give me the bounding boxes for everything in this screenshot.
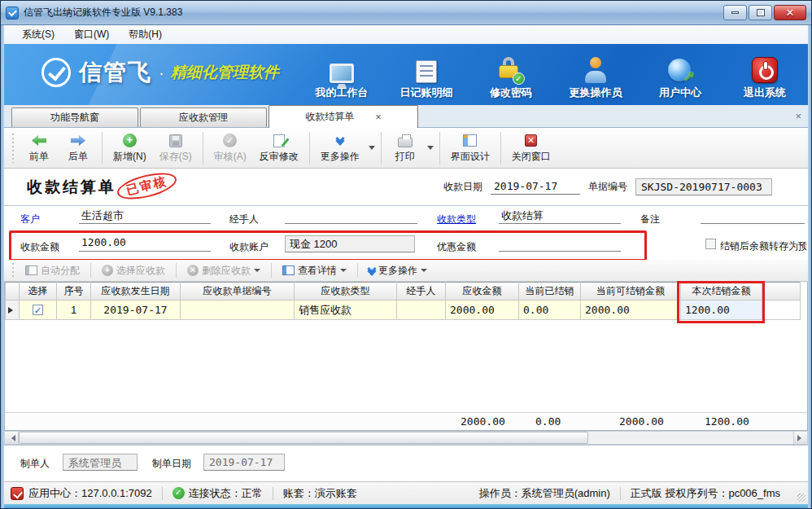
select-receivable-button[interactable]: + 选择应收款: [96, 262, 171, 279]
cell-available: 2000.00: [581, 301, 681, 320]
table-header-row: 选择 序号 应收款发生日期 应收款单据编号 应收款类型 经手人 应收金额 当前已…: [6, 283, 801, 301]
auto-assign-button[interactable]: 自动分配: [20, 262, 85, 279]
col-receivable[interactable]: 应收金额: [446, 283, 519, 301]
add-button[interactable]: + 新增(N): [107, 130, 153, 166]
menu-bar: 系统(S) 窗口(W) 帮助(H): [4, 25, 808, 44]
cell-current-settle[interactable]: 1200.00: [681, 301, 762, 320]
col-seq[interactable]: 序号: [57, 283, 91, 301]
save-icon: [169, 134, 182, 148]
col-handler[interactable]: 经手人: [397, 283, 446, 301]
col-type[interactable]: 应收款类型: [295, 283, 397, 301]
double-chevron-down-icon: [337, 134, 343, 148]
cell-settled: 0.00: [519, 301, 581, 320]
col-doc-no[interactable]: 应收款单据编号: [181, 283, 295, 301]
save-button[interactable]: 保存(S): [153, 130, 199, 166]
handler-field[interactable]: [285, 208, 417, 224]
workstation-icon: [330, 50, 354, 83]
total-current: 1200.00: [705, 415, 749, 428]
col-current[interactable]: 本次结销金额: [681, 283, 762, 301]
journal-detail-button[interactable]: 日记账明细: [395, 50, 458, 100]
menu-window[interactable]: 窗口(W): [64, 26, 119, 43]
discount-field[interactable]: [499, 236, 621, 252]
arrow-right-icon: [71, 134, 85, 148]
doc-number-field: SKJSD-20190717-0003: [635, 178, 772, 195]
menu-system[interactable]: 系统(S): [12, 26, 64, 43]
row-marker: [6, 301, 20, 320]
app-center-logo-icon: [11, 487, 24, 500]
tab-receipt-settlement[interactable]: 收款结算单 ×: [268, 105, 418, 128]
window-bottom-border: [1, 504, 811, 509]
menu-help[interactable]: 帮助(H): [119, 26, 172, 43]
switch-operator-button[interactable]: 更换操作员: [564, 50, 627, 100]
app-window: 信管飞出纳记账软件专业版 V9.1.383 ✕ 系统(S) 窗口(W) 帮助(H…: [0, 0, 812, 509]
account-book-status: 账套：演示账套: [283, 486, 357, 501]
resize-grip[interactable]: [797, 494, 805, 502]
tab-receivable-mgmt[interactable]: 应收款管理: [140, 108, 267, 127]
brand-logo-icon: [41, 58, 71, 87]
brand-name: 信管飞: [79, 57, 152, 88]
customer-field[interactable]: 生活超市: [79, 208, 211, 224]
change-password-button[interactable]: ✓ 修改密码: [479, 50, 543, 100]
maker-field: 系统管理员: [63, 454, 138, 471]
close-window-button[interactable]: ✕ 关闭窗口: [505, 130, 557, 166]
scroll-right-button[interactable]: [793, 432, 807, 444]
horizontal-scrollbar[interactable]: [4, 431, 808, 445]
next-doc-button[interactable]: 后单: [59, 130, 98, 166]
double-chevron-down-icon: [369, 267, 375, 274]
view-detail-button[interactable]: 查看详情: [277, 262, 352, 279]
user-center-button[interactable]: ↗ 用户中心: [648, 50, 712, 100]
ui-design-button[interactable]: 界面设计: [444, 130, 496, 166]
window-left-border: [1, 25, 4, 508]
account-field[interactable]: 现金 1200: [285, 235, 415, 252]
scroll-left-button[interactable]: [5, 432, 19, 444]
grid-toolbar: 自动分配 + 选择应收款 ✕ 删除应收款 查看详情 更多操作: [4, 260, 808, 282]
table-row[interactable]: ✓ 1 2019-07-17 销售应收款 2000.00 0.00 2000.0…: [6, 301, 801, 320]
col-settled[interactable]: 当前已结销: [519, 283, 581, 301]
discount-label: 优惠金额: [437, 240, 476, 254]
receipt-type-field[interactable]: 收款结算: [499, 208, 621, 224]
dropdown-arrow-icon: [421, 269, 427, 275]
receipt-date-field[interactable]: 2019-07-17: [491, 179, 580, 195]
workstation-button[interactable]: 我的工作台: [310, 50, 373, 100]
exit-power-icon: [752, 50, 778, 83]
receipt-date-label: 收款日期: [443, 180, 482, 194]
tab-function-nav[interactable]: 功能导航窗: [11, 108, 138, 127]
close-button[interactable]: ✕: [774, 5, 806, 20]
transfer-balance-checkbox[interactable]: [705, 239, 716, 249]
minimize-button[interactable]: [723, 5, 747, 20]
make-date-field: 2019-07-17: [203, 454, 285, 471]
col-select[interactable]: 选择: [20, 283, 57, 301]
audit-button[interactable]: ✓ 审核(A): [207, 130, 253, 166]
dropdown-arrow-icon[interactable]: [369, 146, 375, 153]
grid-more-operations-button[interactable]: 更多操作: [363, 262, 433, 279]
password-lock-icon: ✓: [499, 50, 523, 83]
cell-seq: 1: [57, 301, 91, 320]
unaudit-button[interactable]: 反审修改: [253, 130, 305, 166]
print-button[interactable]: 打印: [386, 130, 425, 166]
cell-select[interactable]: ✓: [20, 301, 57, 320]
toolbar-grip: [11, 263, 15, 278]
remark-field[interactable]: [701, 208, 805, 224]
delete-receivable-button[interactable]: ✕ 删除应收款: [181, 262, 266, 279]
more-operations-button[interactable]: 更多操作: [314, 130, 366, 166]
scrollbar-thumb[interactable]: [19, 432, 588, 444]
row-checkbox-checked[interactable]: ✓: [33, 305, 43, 315]
audited-stamp: 已审核: [115, 168, 179, 204]
tab-close-icon[interactable]: ×: [375, 111, 382, 123]
col-date[interactable]: 应收款发生日期: [91, 283, 181, 301]
journal-icon: [416, 50, 437, 83]
restore-button[interactable]: [749, 5, 772, 20]
brand-banner: 信管飞 · 精细化管理软件 我的工作台 日记账明细 ✓ 修改密码: [4, 44, 808, 105]
receipt-type-label[interactable]: 收款类型: [437, 213, 476, 226]
cell-doc-no: [181, 301, 295, 320]
prev-doc-button[interactable]: 前单: [20, 130, 59, 166]
tab-strip: 功能导航窗 应收款管理 收款结算单 × ×: [4, 105, 808, 128]
license-status: 正式版 授权序列号：pc006_fms: [631, 486, 780, 501]
exit-system-button[interactable]: 退出系统: [733, 50, 797, 100]
circle-plus-icon: +: [102, 265, 113, 276]
dropdown-arrow-icon[interactable]: [427, 146, 434, 153]
amount-field[interactable]: 1200.00: [79, 236, 211, 252]
dropdown-arrow-icon: [340, 269, 347, 275]
col-available[interactable]: 当前可结销金额: [581, 283, 681, 301]
tabstrip-close-icon[interactable]: ×: [795, 110, 801, 122]
